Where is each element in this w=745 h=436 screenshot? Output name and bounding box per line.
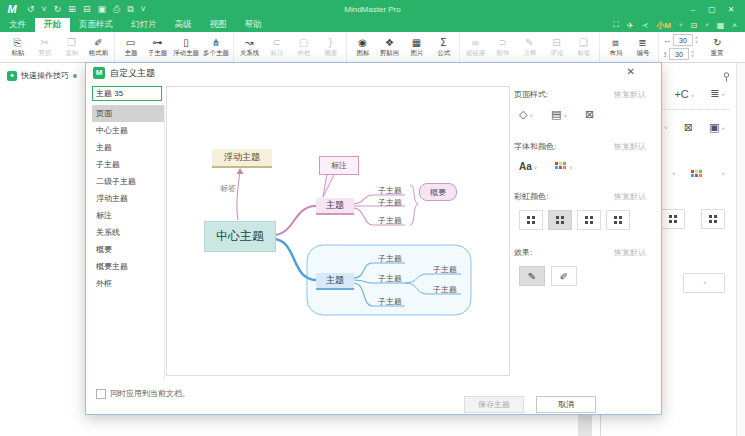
rainbow-option-icon[interactable] bbox=[661, 209, 685, 229]
ribbon-button[interactable]: ❏标签 bbox=[570, 32, 597, 62]
preview-subtopic[interactable]: 子主题 bbox=[429, 264, 461, 274]
ribbon-button[interactable]: ▢外框 bbox=[290, 32, 317, 62]
ribbon-button[interactable]: ❐复制 bbox=[58, 32, 85, 62]
ribbon-button[interactable]: ⧈布局 bbox=[602, 32, 629, 62]
ribbon-button[interactable]: }概要 bbox=[317, 32, 344, 62]
rainbow-option-icon[interactable] bbox=[701, 209, 725, 229]
reset-button[interactable]: ↻ 重置 bbox=[704, 32, 731, 62]
element-list-item[interactable]: 页面 bbox=[92, 105, 164, 122]
preview-relationship-label[interactable]: 标签 bbox=[220, 183, 236, 194]
text-box-icon[interactable]: ▣˅ bbox=[709, 121, 725, 134]
ribbon-button[interactable]: ≣编号 bbox=[629, 32, 656, 62]
ribbon-button[interactable]: ✎注释 bbox=[516, 32, 543, 62]
export-caret-icon[interactable]: ˅ bbox=[141, 0, 146, 18]
tab[interactable]: 幻灯片 bbox=[122, 18, 166, 32]
redo-icon[interactable]: ↻ bbox=[54, 0, 62, 18]
color-palette-icon[interactable]: ˅ bbox=[555, 160, 573, 172]
dialog-close-icon[interactable]: ✕ bbox=[627, 66, 635, 77]
share-icon[interactable]: ≺ bbox=[642, 21, 649, 30]
background-image-icon[interactable]: ▤˅ bbox=[551, 108, 567, 121]
rainbow-option-icon-selected[interactable] bbox=[548, 210, 572, 230]
pin-icon[interactable] bbox=[722, 68, 731, 86]
ribbon-button[interactable]: ▭主题 bbox=[117, 32, 144, 62]
pen-effect-icon-selected[interactable]: ✎ bbox=[519, 266, 545, 286]
preview-subtopic[interactable]: 子主题 bbox=[429, 284, 461, 294]
ribbon-button[interactable]: ↝关系线 bbox=[236, 32, 263, 62]
element-list-item[interactable]: 外框 bbox=[92, 275, 164, 292]
minimize-button[interactable]: – bbox=[685, 5, 701, 14]
preview-callout[interactable]: 标注 bbox=[319, 156, 359, 175]
vertical-spacing-input[interactable]: 30 bbox=[669, 48, 689, 60]
relationship-icon[interactable]: +C˅ bbox=[674, 88, 694, 100]
save-icon[interactable]: ▣ bbox=[97, 0, 106, 18]
theme-color-icon[interactable] bbox=[691, 170, 703, 178]
tab[interactable]: 帮助 bbox=[236, 18, 271, 32]
sidebar-scrollbar[interactable] bbox=[736, 62, 745, 436]
preview-subtopic[interactable]: 子主题 bbox=[374, 215, 406, 225]
ribbon-button[interactable]: ∞超链接 bbox=[462, 32, 489, 62]
cancel-button[interactable]: 取消 bbox=[536, 396, 596, 413]
element-list-item[interactable]: 二级子主题 bbox=[92, 173, 164, 190]
send-icon[interactable]: ✈ bbox=[627, 21, 634, 30]
element-list-item[interactable]: 中心主题 bbox=[92, 122, 164, 139]
ribbon-button[interactable]: ⊂标注 bbox=[263, 32, 290, 62]
element-list-item[interactable]: 关系线 bbox=[92, 224, 164, 241]
ribbon-button[interactable]: Σ公式 bbox=[430, 32, 457, 62]
pen-effect-icon[interactable]: ✐ bbox=[551, 266, 577, 286]
maximize-button[interactable]: ▢ bbox=[704, 5, 720, 14]
restore-default-link[interactable]: 恢复默认 bbox=[614, 247, 646, 258]
fill-color-icon[interactable]: ◇˅ bbox=[519, 108, 533, 121]
gift-icon[interactable]: ⊡ bbox=[691, 21, 698, 30]
preview-floating-topic[interactable]: 浮动主题 bbox=[212, 149, 272, 168]
element-list-item[interactable]: 标注 bbox=[92, 207, 164, 224]
preview-subtopic[interactable]: 子主题 bbox=[374, 197, 406, 207]
tab[interactable]: 页面样式 bbox=[70, 18, 122, 32]
tab[interactable]: 高级 bbox=[166, 18, 201, 32]
save-theme-button[interactable]: 保存主题 bbox=[464, 396, 524, 413]
rainbow-option-icon[interactable] bbox=[577, 210, 601, 230]
restore-default-link[interactable]: 恢复默认 bbox=[614, 191, 646, 202]
ribbon-button[interactable]: ⎘粘贴 bbox=[4, 32, 31, 62]
undo-caret-icon[interactable]: ˅ bbox=[42, 0, 47, 18]
tab[interactable]: 文件 bbox=[0, 18, 35, 32]
preview-topic[interactable]: 主题 bbox=[316, 198, 354, 215]
ribbon-button[interactable]: ✐格式刷 bbox=[85, 32, 112, 62]
element-list-item[interactable]: 概要主题 bbox=[92, 258, 164, 275]
element-list-item[interactable]: 浮动主题 bbox=[92, 190, 164, 207]
quick-tips-chip[interactable]: ✦ 快速操作技巧 bbox=[7, 70, 77, 81]
ribbon-button[interactable]: ❖剪贴画 bbox=[376, 32, 403, 62]
account-button[interactable]: 小M bbox=[656, 20, 671, 31]
remove-image-icon[interactable]: ⊠ bbox=[585, 108, 594, 121]
undo-icon[interactable]: ↺ bbox=[27, 0, 35, 18]
dialog-titlebar[interactable]: M 自定义主题 bbox=[86, 63, 661, 83]
apps-icon[interactable]: ▦ bbox=[717, 21, 725, 30]
ribbon-button[interactable]: ⊟评论 bbox=[543, 32, 570, 62]
preview-subtopic[interactable]: 子主题 bbox=[374, 296, 406, 306]
print-icon[interactable]: ⎙ bbox=[113, 0, 120, 18]
ribbon-button[interactable]: ◉图标 bbox=[349, 32, 376, 62]
preview-subtopic[interactable]: 子主题 bbox=[374, 185, 406, 195]
rainbow-option-icon[interactable] bbox=[606, 210, 630, 230]
tab[interactable]: 视图 bbox=[201, 18, 236, 32]
preview-subtopic[interactable]: 子主题 bbox=[374, 273, 406, 283]
ribbon-button[interactable]: ▦图片 bbox=[403, 32, 430, 62]
font-icon[interactable]: Aa˅ bbox=[519, 160, 537, 172]
preview-topic[interactable]: 主题 bbox=[316, 273, 354, 290]
element-list-item[interactable]: 主题 bbox=[92, 139, 164, 156]
new-document-icon[interactable]: ⊞ bbox=[68, 0, 76, 18]
close-button[interactable]: ✕ bbox=[723, 5, 739, 14]
ribbon-button[interactable]: ⊃附件 bbox=[489, 32, 516, 62]
preview-summary[interactable]: 概要 bbox=[419, 183, 457, 201]
numbering-list-icon[interactable]: ≣˅ bbox=[710, 87, 725, 100]
horizontal-spacing-input[interactable]: 30 bbox=[673, 34, 693, 46]
ribbon-button[interactable]: ⋔多个主题 bbox=[201, 32, 231, 62]
ribbon-button[interactable]: ✂剪切 bbox=[31, 32, 58, 62]
tab[interactable]: 开始 bbox=[35, 18, 70, 32]
apply-to-document-checkbox[interactable]: 同时应用到当前文档。 bbox=[96, 388, 190, 399]
element-list-item[interactable]: 概要 bbox=[92, 241, 164, 258]
ribbon-button[interactable]: ▯浮动主题 bbox=[171, 32, 201, 62]
collapse-ribbon-icon[interactable]: ˄ bbox=[732, 21, 737, 30]
rainbow-option-icon[interactable] bbox=[519, 210, 543, 230]
ribbon-button[interactable]: ⊶子主题 bbox=[144, 32, 171, 62]
preview-central-topic[interactable]: 中心主题 bbox=[204, 221, 276, 252]
